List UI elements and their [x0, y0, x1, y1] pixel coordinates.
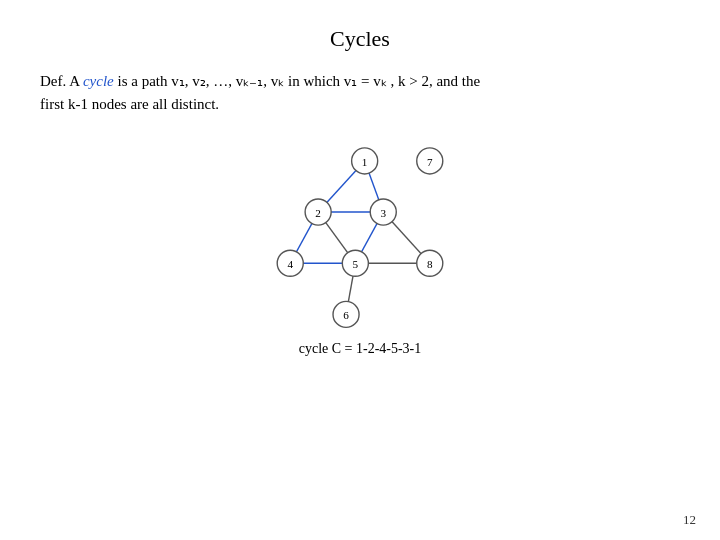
svg-text:2: 2: [315, 206, 321, 218]
def-prefix: Def. A: [40, 73, 83, 89]
svg-text:6: 6: [343, 309, 349, 321]
slide-title: Cycles: [40, 26, 680, 52]
svg-text:3: 3: [380, 206, 386, 218]
svg-text:5: 5: [353, 257, 359, 269]
slide: Cycles Def. A cycle is a path v₁, v₂, …,…: [0, 0, 720, 540]
svg-text:8: 8: [427, 257, 433, 269]
svg-text:4: 4: [287, 257, 293, 269]
def-suffix: is a path v₁, v₂, …, vₖ₋₁, vₖ in which v…: [114, 73, 480, 89]
page-number: 12: [683, 512, 696, 528]
cycle-keyword: cycle: [83, 73, 114, 89]
graph-svg: 1 7 2 3 4 5 8 6: [250, 133, 470, 333]
svg-text:7: 7: [427, 155, 433, 167]
definition-text: Def. A cycle is a path v₁, v₂, …, vₖ₋₁, …: [40, 70, 680, 117]
graph-caption: cycle C = 1-2-4-5-3-1: [299, 341, 422, 357]
graph-area: 1 7 2 3 4 5 8 6 cycle C = 1-2-4-5-3-1: [40, 133, 680, 357]
def-line2: first k-1 nodes are all distinct.: [40, 96, 219, 112]
svg-text:1: 1: [362, 155, 368, 167]
